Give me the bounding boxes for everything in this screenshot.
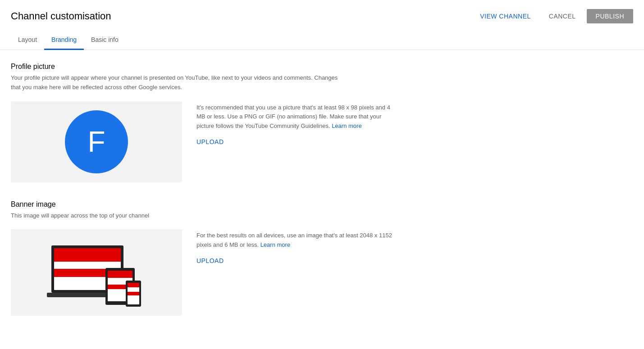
tab-branding[interactable]: Branding (44, 31, 84, 50)
profile-picture-section: Profile picture Your profile picture wil… (11, 63, 395, 182)
banner-image-preview (11, 229, 182, 316)
banner-image-title: Banner image (11, 200, 395, 208)
view-channel-button[interactable]: VIEW CHANNEL (473, 9, 538, 23)
svg-rect-2 (54, 248, 121, 262)
profile-picture-info-text: It's recommended that you use a picture … (196, 103, 395, 131)
tab-basic-info[interactable]: Basic info (84, 31, 126, 50)
tabs-nav: Layout Branding Basic info (0, 31, 644, 50)
svg-rect-12 (128, 292, 139, 295)
banner-image-learn-more-link[interactable]: Learn more (260, 241, 290, 248)
avatar-letter: F (87, 125, 105, 159)
tab-layout[interactable]: Layout (11, 31, 44, 50)
profile-picture-content: F It's recommended that you use a pictur… (11, 101, 395, 182)
banner-image-section: Banner image This image will appear acro… (11, 200, 395, 316)
profile-picture-upload-button[interactable]: UPLOAD (196, 138, 224, 145)
banner-image-upload-button[interactable]: UPLOAD (196, 257, 224, 264)
page-header: Channel customisation VIEW CHANNEL CANCE… (0, 0, 644, 23)
content-area: Profile picture Your profile picture wil… (0, 50, 406, 346)
profile-picture-info: It's recommended that you use a picture … (196, 101, 395, 145)
avatar: F (65, 110, 128, 173)
publish-button[interactable]: PUBLISH (587, 9, 633, 23)
profile-picture-description: Your profile picture will appear where y… (11, 73, 349, 92)
cancel-button[interactable]: CANCEL (542, 9, 583, 23)
svg-rect-7 (108, 271, 132, 278)
svg-rect-11 (128, 283, 139, 287)
banner-devices-illustration (47, 236, 146, 308)
page-title: Channel customisation (11, 10, 111, 22)
banner-image-content: For the best results on all devices, use… (11, 229, 395, 316)
profile-picture-preview: F (11, 101, 182, 182)
banner-image-info-text: For the best results on all devices, use… (196, 231, 395, 250)
profile-picture-learn-more-link[interactable]: Learn more (332, 122, 361, 129)
header-actions: VIEW CHANNEL CANCEL PUBLISH (473, 9, 633, 23)
profile-picture-title: Profile picture (11, 63, 395, 71)
banner-image-description: This image will appear across the top of… (11, 211, 349, 221)
banner-image-info: For the best results on all devices, use… (196, 229, 395, 264)
